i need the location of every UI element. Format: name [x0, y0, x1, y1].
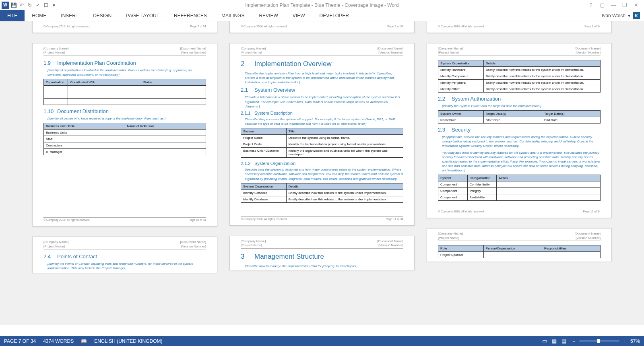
redo-icon[interactable]: ↻ — [27, 2, 33, 8]
instr-3: [Describe how to manage the Implementati… — [241, 264, 403, 268]
tab-mailings[interactable]: MAILINGS — [214, 10, 252, 21]
table-system-org-2: System OrganizationDetailsIdentify Hardw… — [438, 60, 601, 93]
ribbon-options-icon[interactable]: ▢ — [598, 1, 606, 9]
status-words[interactable]: 4374 WORDS — [43, 338, 74, 344]
heading-1-10: Document Distribution — [57, 108, 109, 114]
page-11: [Company Name][Project Name][Document Na… — [229, 43, 415, 226]
page-12: [Company Name][Project Name][Document Na… — [427, 43, 612, 218]
tab-developer[interactable]: DEVELOPER — [312, 10, 356, 21]
table-system-org: System OrganizationDetailsIdentify Softw… — [241, 183, 403, 203]
table-coordination: OrganizationCoordinated WithStatus — [43, 79, 206, 105]
tab-view[interactable]: VIEW — [285, 10, 312, 21]
web-layout-icon[interactable]: ▤ — [559, 338, 568, 345]
heading-2-2: System Authorization — [452, 96, 501, 102]
heading-2-1-2: System Organization — [254, 161, 295, 166]
footer-page: Page 7 of 34 — [190, 25, 206, 28]
table-distribution: Business Unit / RoleName of IndividualBu… — [43, 123, 206, 155]
zoom-in-icon[interactable]: + — [623, 338, 626, 344]
save-icon[interactable]: 💾 — [10, 2, 17, 8]
page-14: [Company Name][Project Name][Document Na… — [229, 236, 415, 270]
minimize-icon[interactable]: — — [609, 1, 617, 9]
zoom-out-icon[interactable]: − — [572, 338, 575, 344]
tab-home[interactable]: HOME — [25, 10, 54, 21]
touch-icon[interactable]: ☐ — [43, 2, 49, 8]
instr-2-1-1: [Describe the processes the system will … — [241, 117, 403, 126]
restore-icon[interactable]: ❐ — [621, 1, 629, 9]
spell-icon[interactable]: ✓ — [35, 2, 41, 8]
table-roles: RolePerson/OrganizationResponsibilitiesP… — [438, 245, 601, 258]
document-title: Implementation Plan Template - Blue Them… — [245, 2, 399, 8]
tab-file[interactable]: FILE — [0, 10, 25, 21]
close-icon[interactable]: ✕ — [632, 1, 640, 9]
tab-page-layout[interactable]: PAGE LAYOUT — [119, 10, 167, 21]
help-icon[interactable]: ? — [587, 1, 595, 9]
ribbon-tabs: FILE HOME INSERT DESIGN PAGE LAYOUT REFE… — [0, 10, 644, 21]
heading-2-3: Security — [452, 127, 471, 133]
instr-2-1: [Provide a brief overview of the system … — [241, 95, 403, 109]
user-name: Ivan Walsh — [602, 13, 625, 19]
page-9: © Company 2016. All rights reserved.Page… — [427, 21, 612, 33]
table-authorization: System OwnerTarget Date(s)Target Date(s)… — [438, 110, 601, 124]
tab-review[interactable]: REVIEW — [252, 10, 285, 21]
qat-dropdown-icon[interactable]: ▾ — [51, 2, 57, 8]
heading-2: Implementation Overview — [254, 60, 332, 68]
proof-icon[interactable]: 📖 — [81, 338, 87, 344]
table-security: SystemCategorizationActionComponentConfi… — [438, 175, 601, 201]
instr-1-9: [Identify all organizations involved in … — [43, 68, 206, 77]
read-mode-icon[interactable]: ▭ — [540, 338, 549, 345]
view-buttons: ▭ ▦ ▤ — [540, 338, 568, 345]
heading-1-9: Implementation Plan Coordination — [57, 60, 136, 66]
page-13: [Company Name][Project Name][Document Na… — [32, 237, 217, 272]
footer-copy: © Company 2016. All rights reserved. — [43, 25, 90, 28]
page-7: © Company 2016. All rights reserved.Page… — [32, 21, 217, 33]
user-dropdown-icon[interactable]: ▾ — [628, 13, 630, 19]
instr-2-1-2: Describe how the system is designed and … — [241, 167, 403, 181]
page-10: [Company Name][Project Name][Document Na… — [32, 43, 217, 227]
instr-1-10: [Identify all parties who have received … — [43, 116, 206, 121]
statusbar: PAGE 7 OF 34 4374 WORDS 📖 ENGLISH (UNITE… — [0, 336, 644, 346]
tab-insert[interactable]: INSERT — [54, 10, 86, 21]
heading-2-1-1: System Description — [254, 111, 293, 115]
print-layout-icon[interactable]: ▦ — [550, 338, 559, 345]
undo-icon[interactable]: ↶ — [19, 2, 25, 8]
heading-3: Management Structure — [254, 253, 324, 260]
page-15: [Company Name][Project Name][Document Na… — [427, 228, 612, 262]
instr-2-3b: You may also want to identify security f… — [438, 150, 601, 173]
page-8: © Company 2016. All rights reserved.Page… — [229, 21, 415, 33]
user-badge[interactable]: K — [633, 12, 640, 19]
window-controls: ? ▢ — ❐ ✕ — [587, 1, 644, 9]
instr-2: [Describe the Implementation Plan from a… — [241, 71, 403, 85]
tab-references[interactable]: REFERENCES — [167, 10, 214, 21]
tab-design[interactable]: DESIGN — [86, 10, 119, 21]
zoom-slider[interactable] — [579, 340, 619, 342]
document-area[interactable]: © Company 2016. All rights reserved.Page… — [0, 21, 644, 325]
instr-2-2: [Identify the System Owner and the targe… — [438, 104, 601, 108]
heading-2-1: System Overview — [254, 87, 295, 93]
titlebar: W 💾 ↶ ↻ ✓ ☐ ▾ Implementation Plan Templa… — [0, 0, 644, 10]
table-system-desc: SystemTitleProject NameDescribe the syst… — [241, 128, 403, 158]
instr-2-4: [Identify the Points of Contact, includi… — [43, 262, 206, 270]
quick-access-toolbar: W 💾 ↶ ↻ ✓ ☐ ▾ — [0, 2, 57, 9]
heading-2-4: Points of Contact — [57, 253, 97, 260]
status-page[interactable]: PAGE 7 OF 34 — [4, 338, 36, 344]
user-area[interactable]: Ivan Walsh ▾ K — [602, 12, 640, 19]
zoom-value[interactable]: 57% — [630, 338, 640, 344]
instr-2-3a: [If appropriate, discuss the security fe… — [438, 135, 601, 148]
status-language[interactable]: ENGLISH (UNITED KINGDOM) — [94, 338, 162, 344]
word-icon: W — [2, 2, 9, 9]
